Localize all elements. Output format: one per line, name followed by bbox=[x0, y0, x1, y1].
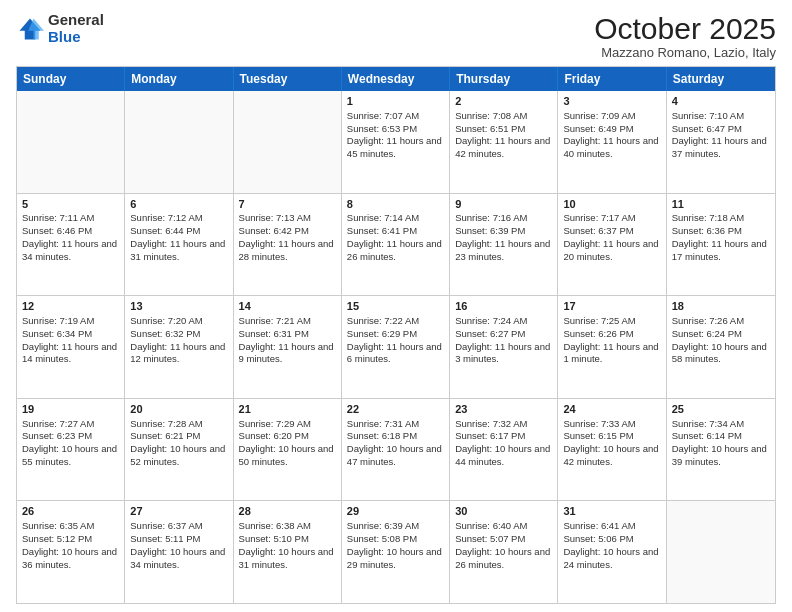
day-info-line: Sunset: 5:06 PM bbox=[563, 533, 660, 546]
day-cell-16: 16Sunrise: 7:24 AMSunset: 6:27 PMDayligh… bbox=[450, 296, 558, 398]
day-info-line: Sunset: 5:12 PM bbox=[22, 533, 119, 546]
day-info-line: Daylight: 10 hours and 34 minutes. bbox=[130, 546, 227, 572]
day-info-line: Sunrise: 6:37 AM bbox=[130, 520, 227, 533]
day-number: 2 bbox=[455, 94, 552, 109]
day-cell-22: 22Sunrise: 7:31 AMSunset: 6:18 PMDayligh… bbox=[342, 399, 450, 501]
day-number: 29 bbox=[347, 504, 444, 519]
day-info-line: Daylight: 11 hours and 9 minutes. bbox=[239, 341, 336, 367]
day-info-line: Daylight: 10 hours and 42 minutes. bbox=[563, 443, 660, 469]
day-cell-29: 29Sunrise: 6:39 AMSunset: 5:08 PMDayligh… bbox=[342, 501, 450, 603]
day-cell-25: 25Sunrise: 7:34 AMSunset: 6:14 PMDayligh… bbox=[667, 399, 775, 501]
day-cell-10: 10Sunrise: 7:17 AMSunset: 6:37 PMDayligh… bbox=[558, 194, 666, 296]
day-info-line: Sunrise: 7:17 AM bbox=[563, 212, 660, 225]
day-info-line: Daylight: 11 hours and 6 minutes. bbox=[347, 341, 444, 367]
day-info-line: Sunset: 5:11 PM bbox=[130, 533, 227, 546]
day-number: 8 bbox=[347, 197, 444, 212]
day-info-line: Sunrise: 6:39 AM bbox=[347, 520, 444, 533]
day-cell-27: 27Sunrise: 6:37 AMSunset: 5:11 PMDayligh… bbox=[125, 501, 233, 603]
day-info-line: Sunrise: 7:29 AM bbox=[239, 418, 336, 431]
day-info-line: Sunrise: 7:28 AM bbox=[130, 418, 227, 431]
day-info-line: Sunrise: 7:07 AM bbox=[347, 110, 444, 123]
day-info-line: Daylight: 10 hours and 39 minutes. bbox=[672, 443, 770, 469]
day-number: 7 bbox=[239, 197, 336, 212]
day-info-line: Sunset: 6:34 PM bbox=[22, 328, 119, 341]
day-info-line: Sunrise: 7:19 AM bbox=[22, 315, 119, 328]
day-info-line: Sunset: 6:42 PM bbox=[239, 225, 336, 238]
day-info-line: Sunset: 6:14 PM bbox=[672, 430, 770, 443]
logo-blue-text: Blue bbox=[48, 29, 104, 46]
day-info-line: Sunset: 5:08 PM bbox=[347, 533, 444, 546]
day-info-line: Sunset: 6:21 PM bbox=[130, 430, 227, 443]
header-day-wednesday: Wednesday bbox=[342, 67, 450, 91]
day-cell-31: 31Sunrise: 6:41 AMSunset: 5:06 PMDayligh… bbox=[558, 501, 666, 603]
day-info-line: Sunrise: 7:26 AM bbox=[672, 315, 770, 328]
calendar-row-1: 5Sunrise: 7:11 AMSunset: 6:46 PMDaylight… bbox=[17, 193, 775, 296]
day-info-line: Sunset: 6:53 PM bbox=[347, 123, 444, 136]
header: General Blue October 2025 Mazzano Romano… bbox=[16, 12, 776, 60]
header-day-tuesday: Tuesday bbox=[234, 67, 342, 91]
day-info-line: Sunset: 5:07 PM bbox=[455, 533, 552, 546]
day-number: 11 bbox=[672, 197, 770, 212]
day-info-line: Sunrise: 7:18 AM bbox=[672, 212, 770, 225]
day-info-line: Sunset: 6:29 PM bbox=[347, 328, 444, 341]
day-cell-8: 8Sunrise: 7:14 AMSunset: 6:41 PMDaylight… bbox=[342, 194, 450, 296]
day-cell-20: 20Sunrise: 7:28 AMSunset: 6:21 PMDayligh… bbox=[125, 399, 233, 501]
day-info-line: Sunset: 6:46 PM bbox=[22, 225, 119, 238]
day-number: 27 bbox=[130, 504, 227, 519]
day-number: 17 bbox=[563, 299, 660, 314]
day-info-line: Sunset: 6:47 PM bbox=[672, 123, 770, 136]
day-info-line: Daylight: 10 hours and 31 minutes. bbox=[239, 546, 336, 572]
day-info-line: Sunset: 6:44 PM bbox=[130, 225, 227, 238]
day-info-line: Sunrise: 6:40 AM bbox=[455, 520, 552, 533]
day-info-line: Sunrise: 7:21 AM bbox=[239, 315, 336, 328]
day-info-line: Daylight: 11 hours and 17 minutes. bbox=[672, 238, 770, 264]
day-number: 14 bbox=[239, 299, 336, 314]
day-cell-26: 26Sunrise: 6:35 AMSunset: 5:12 PMDayligh… bbox=[17, 501, 125, 603]
day-number: 3 bbox=[563, 94, 660, 109]
day-cell-13: 13Sunrise: 7:20 AMSunset: 6:32 PMDayligh… bbox=[125, 296, 233, 398]
calendar-row-0: 1Sunrise: 7:07 AMSunset: 6:53 PMDaylight… bbox=[17, 91, 775, 193]
day-info-line: Sunrise: 7:32 AM bbox=[455, 418, 552, 431]
day-info-line: Sunset: 6:31 PM bbox=[239, 328, 336, 341]
day-cell-24: 24Sunrise: 7:33 AMSunset: 6:15 PMDayligh… bbox=[558, 399, 666, 501]
day-number: 22 bbox=[347, 402, 444, 417]
day-info-line: Daylight: 11 hours and 14 minutes. bbox=[22, 341, 119, 367]
day-info-line: Daylight: 11 hours and 20 minutes. bbox=[563, 238, 660, 264]
day-number: 1 bbox=[347, 94, 444, 109]
header-day-thursday: Thursday bbox=[450, 67, 558, 91]
day-info-line: Daylight: 10 hours and 29 minutes. bbox=[347, 546, 444, 572]
day-info-line: Sunrise: 7:33 AM bbox=[563, 418, 660, 431]
day-number: 24 bbox=[563, 402, 660, 417]
day-cell-5: 5Sunrise: 7:11 AMSunset: 6:46 PMDaylight… bbox=[17, 194, 125, 296]
day-info-line: Sunset: 6:37 PM bbox=[563, 225, 660, 238]
day-info-line: Sunrise: 7:10 AM bbox=[672, 110, 770, 123]
location: Mazzano Romano, Lazio, Italy bbox=[594, 45, 776, 60]
month-title: October 2025 bbox=[594, 12, 776, 45]
day-info-line: Daylight: 11 hours and 3 minutes. bbox=[455, 341, 552, 367]
page: General Blue October 2025 Mazzano Romano… bbox=[0, 0, 792, 612]
day-number: 23 bbox=[455, 402, 552, 417]
day-info-line: Daylight: 11 hours and 12 minutes. bbox=[130, 341, 227, 367]
day-cell-3: 3Sunrise: 7:09 AMSunset: 6:49 PMDaylight… bbox=[558, 91, 666, 193]
day-info-line: Daylight: 11 hours and 37 minutes. bbox=[672, 135, 770, 161]
day-cell-9: 9Sunrise: 7:16 AMSunset: 6:39 PMDaylight… bbox=[450, 194, 558, 296]
day-info-line: Sunrise: 6:38 AM bbox=[239, 520, 336, 533]
day-info-line: Sunrise: 7:27 AM bbox=[22, 418, 119, 431]
day-cell-6: 6Sunrise: 7:12 AMSunset: 6:44 PMDaylight… bbox=[125, 194, 233, 296]
header-day-friday: Friday bbox=[558, 67, 666, 91]
day-cell-4: 4Sunrise: 7:10 AMSunset: 6:47 PMDaylight… bbox=[667, 91, 775, 193]
day-info-line: Sunrise: 7:24 AM bbox=[455, 315, 552, 328]
day-info-line: Sunset: 6:51 PM bbox=[455, 123, 552, 136]
day-info-line: Daylight: 10 hours and 47 minutes. bbox=[347, 443, 444, 469]
day-number: 6 bbox=[130, 197, 227, 212]
day-cell-12: 12Sunrise: 7:19 AMSunset: 6:34 PMDayligh… bbox=[17, 296, 125, 398]
logo-icon bbox=[16, 15, 44, 43]
day-number: 10 bbox=[563, 197, 660, 212]
title-block: October 2025 Mazzano Romano, Lazio, Ital… bbox=[594, 12, 776, 60]
day-info-line: Sunset: 6:15 PM bbox=[563, 430, 660, 443]
day-cell-28: 28Sunrise: 6:38 AMSunset: 5:10 PMDayligh… bbox=[234, 501, 342, 603]
day-info-line: Sunset: 6:27 PM bbox=[455, 328, 552, 341]
day-cell-14: 14Sunrise: 7:21 AMSunset: 6:31 PMDayligh… bbox=[234, 296, 342, 398]
day-number: 18 bbox=[672, 299, 770, 314]
day-info-line: Daylight: 10 hours and 44 minutes. bbox=[455, 443, 552, 469]
